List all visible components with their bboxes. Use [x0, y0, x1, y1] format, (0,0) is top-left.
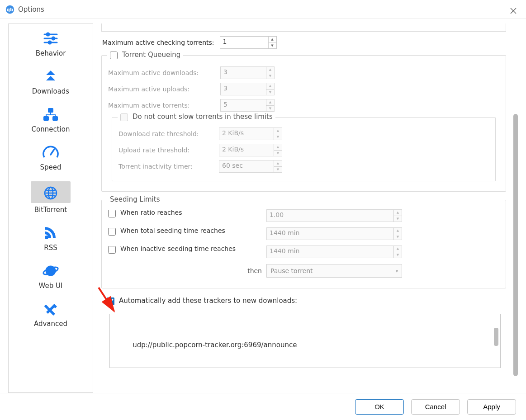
sidebar-item-bittorrent[interactable]: BitTorrent: [9, 176, 93, 218]
svg-point-5: [52, 37, 55, 40]
spin-down-icon: ▼: [274, 134, 282, 140]
sidebar-item-connection[interactable]: Connection: [9, 100, 93, 138]
sliders-icon: [40, 29, 62, 47]
svg-rect-10: [53, 117, 57, 120]
upload-rate-field: 2 KiB/s ▲▼: [219, 144, 282, 156]
slow-torrents-label: Do not count slow torrents in these limi…: [133, 113, 273, 121]
spin-up-icon: ▲: [274, 144, 282, 150]
max-downloads-field: 3 ▲▼: [220, 66, 275, 79]
spin-up-icon[interactable]: ▲: [269, 37, 276, 42]
spin-down-icon: ▼: [394, 234, 402, 240]
rss-icon: [40, 224, 62, 242]
total-time-value: 1440 min: [267, 228, 393, 240]
download-rate-label: Download rate threshold:: [118, 130, 213, 137]
torrent-queueing-checkbox[interactable]: [110, 52, 118, 59]
main-scrollbar-track[interactable]: [513, 114, 518, 388]
sidebar-item-label: Behavior: [36, 49, 66, 57]
svg-point-7: [48, 41, 51, 44]
svg-text:qb: qb: [7, 7, 13, 12]
torrent-queueing-label: Torrent Queueing: [122, 51, 180, 59]
download-icon: [40, 67, 62, 85]
ratio-value: 1.00: [267, 210, 393, 222]
sidebar-item-label: Speed: [40, 163, 61, 171]
max-torrents-label: Maximum active torrents:: [108, 102, 215, 109]
ratio-checkbox[interactable]: [108, 210, 116, 217]
inactive-time-checkbox[interactable]: [108, 246, 116, 254]
auto-add-trackers-checkbox[interactable]: [107, 297, 114, 305]
main-scrollbar-thumb[interactable]: [513, 114, 518, 376]
total-time-field: 1440 min ▲▼: [266, 227, 402, 240]
seeding-limits-group: Seeding Limits When ratio reaches 1.00 ▲…: [101, 200, 506, 288]
download-rate-field: 2 KiB/s ▲▼: [219, 127, 282, 140]
max-checking-label: Maximum active checking torrents:: [102, 39, 214, 46]
window-title: Options: [18, 5, 44, 14]
spin-up-icon: ▲: [394, 246, 402, 252]
max-uploads-label: Maximum active uploads:: [108, 85, 215, 93]
cancel-button[interactable]: Cancel: [411, 399, 460, 415]
trackers-content: udp://public.popcorn-tracker.org:6969/an…: [115, 341, 297, 368]
svg-point-3: [47, 33, 49, 36]
trackers-scrollbar[interactable]: [494, 328, 498, 346]
truncated-group-top: [101, 24, 506, 32]
sidebar-item-webui[interactable]: Web UI: [9, 256, 93, 294]
inactive-time-field: 1440 min ▲▼: [266, 245, 402, 258]
spin-up-icon: ▲: [274, 128, 282, 134]
ok-button[interactable]: OK: [355, 399, 404, 415]
torrent-queueing-group: Torrent Queueing Maximum active download…: [101, 55, 506, 192]
then-label: then: [108, 267, 262, 274]
footer: OK Cancel Apply: [0, 393, 526, 420]
max-uploads-field: 3 ▲▼: [220, 83, 275, 95]
then-action-value: Pause torrent: [270, 267, 313, 274]
app-logo-icon: qb: [5, 5, 14, 14]
planet-icon: [40, 262, 62, 280]
sidebar-item-label: Advanced: [34, 320, 67, 328]
sidebar-item-rss[interactable]: RSS: [9, 218, 93, 256]
trackers-textarea[interactable]: udp://public.popcorn-tracker.org:6969/an…: [109, 314, 501, 368]
max-checking-value[interactable]: 1: [220, 37, 268, 48]
sidebar-item-advanced[interactable]: Advanced: [9, 294, 93, 332]
ratio-label: When ratio reaches: [120, 209, 182, 216]
apply-button[interactable]: Apply: [467, 399, 516, 415]
sidebar-item-label: Connection: [32, 125, 70, 133]
inactivity-label: Torrent inactivity timer:: [118, 163, 213, 170]
max-torrents-field: 5 ▲▼: [220, 99, 275, 112]
sidebar-item-behavior[interactable]: Behavior: [9, 24, 93, 62]
main-panel: Maximum active checking torrents: 1 ▲▼ T…: [98, 24, 521, 393]
sidebar-item-downloads[interactable]: Downloads: [9, 62, 93, 100]
sidebar: Behavior Downloads Connection: [8, 24, 93, 393]
max-checking-field[interactable]: 1 ▲▼: [220, 36, 277, 49]
spin-down-icon: ▼: [266, 73, 274, 79]
spin-down-icon: ▼: [266, 105, 274, 112]
max-downloads-value: 3: [221, 67, 266, 79]
chevron-down-icon: ▾: [396, 269, 398, 274]
max-uploads-value: 3: [221, 83, 266, 95]
svg-rect-8: [48, 109, 53, 112]
max-torrents-value: 5: [221, 99, 266, 111]
spin-up-icon: ▲: [274, 160, 282, 166]
sidebar-item-speed[interactable]: Speed: [9, 138, 93, 176]
titlebar: qb Options: [0, 0, 526, 19]
spin-up-icon: ▲: [266, 67, 274, 73]
upload-rate-label: Upload rate threshold:: [118, 146, 213, 154]
spin-up-icon: ▲: [394, 228, 402, 234]
spin-down-icon[interactable]: ▼: [269, 42, 276, 49]
close-icon[interactable]: [507, 5, 520, 17]
spin-up-icon: ▲: [394, 210, 402, 216]
spin-up-icon: ▲: [266, 83, 274, 89]
total-time-checkbox[interactable]: [108, 228, 116, 236]
then-action-select: Pause torrent ▾: [266, 264, 402, 278]
sidebar-item-label: Web UI: [39, 282, 63, 290]
spin-down-icon: ▼: [394, 216, 402, 222]
inactive-time-value: 1440 min: [267, 246, 393, 258]
sidebar-item-label: BitTorrent: [34, 206, 67, 214]
spin-down-icon: ▼: [274, 166, 282, 173]
speedometer-icon: [40, 143, 62, 161]
inactivity-value: 60 sec: [219, 160, 274, 172]
ratio-field: 1.00 ▲▼: [266, 209, 402, 222]
seeding-limits-title: Seeding Limits: [107, 195, 162, 203]
sidebar-item-label: RSS: [44, 244, 57, 252]
sidebar-item-label: Downloads: [32, 87, 69, 95]
svg-line-11: [51, 149, 54, 155]
network-icon: [40, 105, 62, 123]
spin-down-icon: ▼: [266, 89, 274, 95]
